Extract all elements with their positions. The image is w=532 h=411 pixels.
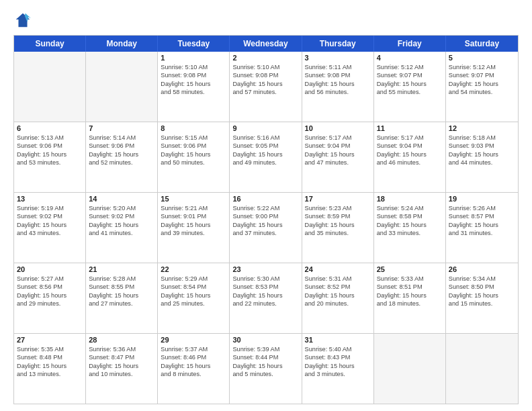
cell-info-line: Sunset: 8:47 PM [89, 353, 154, 361]
cell-info-line: and 58 minutes. [161, 88, 226, 96]
day-number: 24 [305, 265, 371, 273]
day-number: 26 [449, 265, 515, 273]
empty-cell [446, 334, 518, 404]
cell-info-line: and 50 minutes. [161, 158, 226, 167]
cell-info-line: Sunrise: 5:34 AM [449, 275, 515, 283]
cell-info-line: and 47 minutes. [305, 158, 371, 167]
cell-info-line: Daylight: 15 hours [305, 291, 371, 300]
cell-info-line: Daylight: 15 hours [17, 150, 83, 158]
cell-info-line: and 55 minutes. [377, 88, 443, 96]
day-cell-6: 6Sunrise: 5:13 AMSunset: 9:06 PMDaylight… [14, 122, 86, 192]
cell-info-line: Sunset: 8:59 PM [305, 212, 371, 220]
cell-info-line: Daylight: 15 hours [232, 80, 298, 88]
cell-info-line: Sunset: 8:48 PM [17, 353, 83, 361]
day-cell-11: 11Sunrise: 5:17 AMSunset: 9:04 PMDayligh… [374, 122, 446, 192]
cell-info-line: Sunset: 9:04 PM [377, 142, 443, 150]
day-cell-15: 15Sunrise: 5:21 AMSunset: 9:01 PMDayligh… [158, 193, 230, 263]
cell-info-line: Sunrise: 5:16 AM [232, 134, 298, 142]
cell-info-line: and 5 minutes. [232, 370, 298, 378]
calendar-row-0: 1Sunrise: 5:10 AMSunset: 9:08 PMDaylight… [14, 52, 518, 122]
cell-info-line: and 35 minutes. [305, 229, 371, 237]
day-number: 13 [17, 195, 83, 203]
cell-info-line: Sunset: 9:00 PM [232, 212, 298, 220]
cell-info-line: and 57 minutes. [232, 88, 298, 96]
cell-info-line: Daylight: 15 hours [17, 291, 83, 300]
cell-info-line: Sunrise: 5:39 AM [232, 345, 298, 353]
cell-info-line: Daylight: 15 hours [161, 221, 226, 229]
calendar-row-1: 6Sunrise: 5:13 AMSunset: 9:06 PMDaylight… [14, 122, 518, 192]
day-cell-21: 21Sunrise: 5:28 AMSunset: 8:55 PMDayligh… [86, 263, 158, 333]
cell-info-line: and 31 minutes. [449, 229, 515, 237]
cell-info-line: and 13 minutes. [17, 370, 83, 378]
page: SundayMondayTuesdayWednesdayThursdayFrid… [0, 0, 532, 411]
cell-info-line: Sunset: 8:56 PM [17, 283, 83, 291]
cell-info-line: and 37 minutes. [232, 229, 298, 237]
cell-info-line: Daylight: 15 hours [232, 291, 298, 300]
cell-info-line: Daylight: 15 hours [89, 291, 154, 300]
cell-info-line: Sunset: 8:52 PM [305, 283, 371, 291]
cell-info-line: Sunset: 9:08 PM [232, 71, 298, 79]
day-number: 22 [161, 265, 226, 273]
cell-info-line: Daylight: 15 hours [232, 221, 298, 229]
cell-info-line: Sunset: 8:50 PM [449, 283, 515, 291]
cell-info-line: Sunset: 9:06 PM [161, 142, 226, 150]
day-cell-5: 5Sunrise: 5:12 AMSunset: 9:07 PMDaylight… [446, 52, 518, 122]
cell-info-line: Sunrise: 5:17 AM [377, 134, 443, 142]
cell-info-line: Sunrise: 5:18 AM [449, 134, 515, 142]
cell-info-line: Sunrise: 5:26 AM [449, 204, 515, 212]
day-number: 19 [449, 195, 515, 203]
day-cell-20: 20Sunrise: 5:27 AMSunset: 8:56 PMDayligh… [14, 263, 86, 333]
day-cell-9: 9Sunrise: 5:16 AMSunset: 9:05 PMDaylight… [230, 122, 302, 192]
cell-info-line: and 52 minutes. [89, 158, 154, 167]
cell-info-line: Sunset: 8:43 PM [305, 353, 371, 361]
cell-info-line: Sunrise: 5:12 AM [449, 63, 515, 71]
cell-info-line: Sunset: 8:57 PM [449, 212, 515, 220]
cell-info-line: and 3 minutes. [305, 370, 371, 378]
day-cell-18: 18Sunrise: 5:24 AMSunset: 8:58 PMDayligh… [374, 193, 446, 263]
cell-info-line: Daylight: 15 hours [232, 150, 298, 158]
cell-info-line: Sunrise: 5:27 AM [17, 275, 83, 283]
day-number: 2 [232, 54, 298, 62]
cell-info-line: Sunset: 8:55 PM [89, 283, 154, 291]
weekday-header-thursday: Thursday [302, 36, 374, 52]
cell-info-line: Daylight: 15 hours [449, 150, 515, 158]
day-number: 18 [377, 195, 443, 203]
day-cell-13: 13Sunrise: 5:19 AMSunset: 9:02 PMDayligh… [14, 193, 86, 263]
day-number: 16 [232, 195, 298, 203]
cell-info-line: Sunset: 9:02 PM [89, 212, 154, 220]
cell-info-line: Daylight: 15 hours [161, 291, 226, 300]
day-cell-7: 7Sunrise: 5:14 AMSunset: 9:06 PMDaylight… [86, 122, 158, 192]
calendar-row-3: 20Sunrise: 5:27 AMSunset: 8:56 PMDayligh… [14, 263, 518, 333]
cell-info-line: Sunset: 9:03 PM [449, 142, 515, 150]
cell-info-line: Sunset: 8:53 PM [232, 283, 298, 291]
cell-info-line: and 49 minutes. [232, 158, 298, 167]
cell-info-line: and 18 minutes. [377, 300, 443, 308]
empty-cell [14, 52, 86, 122]
day-number: 21 [89, 265, 154, 273]
logo-icon [13, 11, 32, 30]
day-number: 8 [161, 124, 226, 132]
cell-info-line: Sunset: 9:08 PM [161, 71, 226, 79]
day-number: 20 [17, 265, 83, 273]
cell-info-line: Daylight: 15 hours [17, 362, 83, 370]
cell-info-line: Sunrise: 5:35 AM [17, 345, 83, 353]
day-number: 5 [449, 54, 515, 62]
day-number: 9 [232, 124, 298, 132]
empty-cell [374, 334, 446, 404]
header [13, 11, 519, 30]
day-cell-27: 27Sunrise: 5:35 AMSunset: 8:48 PMDayligh… [14, 334, 86, 404]
cell-info-line: Daylight: 15 hours [161, 80, 226, 88]
cell-info-line: Daylight: 15 hours [377, 150, 443, 158]
cell-info-line: Sunrise: 5:23 AM [305, 204, 371, 212]
day-cell-16: 16Sunrise: 5:22 AMSunset: 9:00 PMDayligh… [230, 193, 302, 263]
calendar: SundayMondayTuesdayWednesdayThursdayFrid… [13, 35, 519, 404]
weekday-header-sunday: Sunday [14, 36, 86, 52]
cell-info-line: Sunrise: 5:28 AM [89, 275, 154, 283]
cell-info-line: Daylight: 15 hours [449, 80, 515, 88]
cell-info-line: Daylight: 15 hours [305, 362, 371, 370]
day-number: 27 [17, 336, 83, 344]
day-number: 25 [377, 265, 443, 273]
cell-info-line: Sunrise: 5:13 AM [17, 134, 83, 142]
cell-info-line: Sunrise: 5:22 AM [232, 204, 298, 212]
cell-info-line: Daylight: 15 hours [17, 221, 83, 229]
